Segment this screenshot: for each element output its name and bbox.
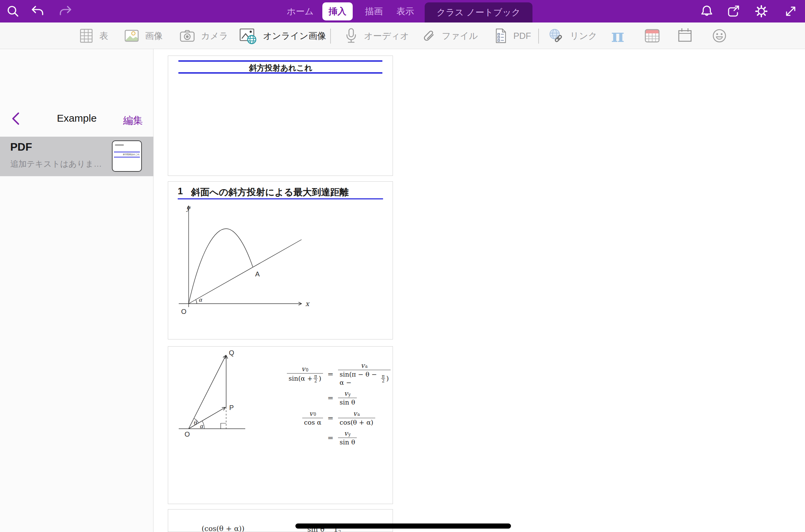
velocity-triangle-figure: Q P O θ α [168,347,281,449]
page-item-subtitle: 追加テキストはありま… [10,158,102,169]
edit-button[interactable]: 編集 [123,114,143,127]
onenote-app: ホーム 挿入 描画 表示 クラス ノートブック [0,0,805,532]
undo-button[interactable] [29,3,46,19]
equation-row: =vysin θ [285,390,391,407]
share-button[interactable] [725,3,742,19]
insert-online-picture-button[interactable]: オンライン画像 [239,22,326,49]
home-indicator[interactable] [295,523,511,529]
equation-row: =vysin θ [285,429,391,446]
insert-equation-button[interactable]: π [611,22,624,49]
title-rule-bottom [178,72,382,74]
trajectory-figure: y x O A α [168,182,393,322]
origin-label: O [181,308,187,315]
page-list-item-pdf[interactable]: PDF 追加テキストはありま… 斜方投射あれこれ [0,137,153,176]
page-item-title: PDF [10,141,32,153]
insert-ribbon: 表 画像 カメラ [0,22,805,49]
insert-file-button[interactable]: ファイル [421,22,478,49]
point-p-label: P [229,404,234,411]
online-picture-icon [239,27,258,45]
insert-table-label: 表 [99,30,108,42]
equation-row: v0cos α=vacos(θ + α) [285,410,391,427]
tab-draw[interactable]: 描画 [360,0,387,22]
ribbon-separator [330,29,331,44]
insert-online-picture-label: オンライン画像 [263,30,326,42]
search-button[interactable] [5,3,21,19]
insert-picture-label: 画像 [145,30,163,42]
share-icon [726,4,741,19]
origin-label: O [185,430,190,438]
redo-button[interactable] [57,3,74,19]
alpha-label: α [200,423,204,429]
insert-camera-button[interactable]: カメラ [179,22,228,49]
thumbnail-rule [114,152,140,152]
axis-label-x: x [305,300,310,308]
axis-label-y: y [186,204,191,212]
alpha-label: α [199,297,203,303]
document-page-3: Q P O θ α v0sin(α + π2)=vasin(π − θ − α … [168,346,393,504]
insert-file-label: ファイル [442,30,478,42]
fullscreen-button[interactable] [782,3,799,19]
notifications-button[interactable] [699,3,715,19]
settings-gear-icon [754,4,769,19]
insert-table-calendar-button[interactable] [643,22,661,49]
tab-home[interactable]: ホーム [286,0,314,22]
page-thumbnail: 斜方投射あれこれ [112,140,142,172]
file-paperclip-icon [421,28,437,44]
picture-icon [123,28,140,44]
point-a-label: A [255,270,260,278]
calendar-outline-icon [676,27,694,45]
equation-row: v0sin(α + π2)=vasin(π − θ − α − π2) [285,362,391,386]
insert-camera-label: カメラ [201,30,228,42]
tab-insert[interactable]: 挿入 [322,2,353,20]
sticker-smiley-icon [711,27,728,44]
redo-icon [58,3,73,19]
insert-pdf-button[interactable]: PDF [493,22,531,49]
page-canvas[interactable]: 斜方投射あれこれ 1 斜面への斜方投射による最大到達距離 [153,49,805,532]
search-icon [5,4,20,19]
document-page-1: 斜方投射あれこれ [168,56,393,176]
insert-calendar-button[interactable] [676,22,694,49]
pdf-document-icon [493,28,508,44]
pages-sidebar: Example 編集 PDF 追加テキストはありま… 斜方投射あれこれ ページ [0,49,153,532]
insert-pdf-label: PDF [513,31,531,41]
title-rule-top [178,60,382,62]
tab-class-notebook[interactable]: クラス ノートブック [425,2,532,22]
fullscreen-icon [783,4,798,19]
insert-audio-label: オーディオ [364,30,409,42]
table-icon [78,28,94,44]
settings-button[interactable] [753,3,770,19]
thumbnail-rule [114,157,140,157]
insert-link-label: リンク [570,30,597,42]
tab-view[interactable]: 表示 [392,0,419,22]
thumbnail-heading: 斜方投射あれこれ [123,153,140,155]
math-fragment-left: (cos(θ + α)) [202,525,245,532]
equation-pi-icon: π [611,27,624,45]
audio-mic-icon [344,27,359,44]
insert-link-button[interactable]: リンク [548,22,597,49]
link-icon [548,27,565,44]
ribbon-separator [538,29,539,44]
camera-icon [179,28,196,44]
notifications-bell-icon [699,4,714,19]
table-calendar-icon [643,27,661,44]
insert-audio-button[interactable]: オーディオ [344,22,409,49]
top-app-bar: ホーム 挿入 描画 表示 クラス ノートブック [0,0,805,22]
thumbnail-date-text [115,144,124,146]
undo-icon [30,3,45,19]
equation-block: v0sin(α + π2)=vasin(π − θ − α − π2)=vysi… [285,362,391,450]
insert-sticker-button[interactable] [711,22,728,49]
insert-picture-button[interactable]: 画像 [123,22,163,49]
point-q-label: Q [229,349,234,356]
document-title: 斜方投射あれこれ [168,63,393,73]
insert-table-button[interactable]: 表 [78,22,108,49]
document-page-2: 1 斜面への斜方投射による最大到達距離 y x [168,181,393,339]
